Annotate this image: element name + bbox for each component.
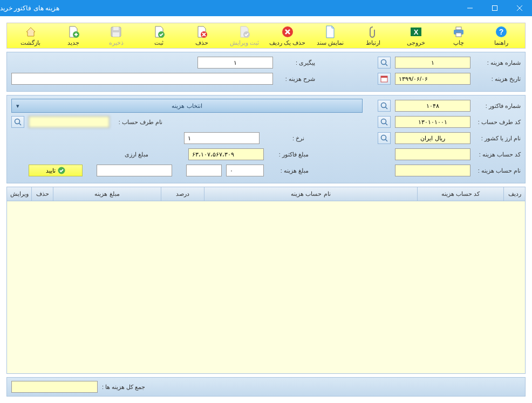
document-icon	[324, 25, 337, 38]
header-panel: شماره هزینه : پیگیری : تاریخ هزینه : شرح…	[6, 52, 526, 92]
maximize-button[interactable]	[482, 0, 507, 16]
cost-amount-label: مبلغ هزینه :	[268, 167, 309, 174]
cost-no-input[interactable]	[395, 57, 470, 69]
new-icon	[67, 25, 80, 38]
back-button[interactable]: بازگشت	[12, 25, 50, 46]
party-name-input[interactable]	[29, 116, 110, 128]
submit-icon	[153, 25, 166, 38]
invoice-no-search[interactable]	[378, 100, 391, 112]
svg-line-28	[19, 124, 22, 126]
cost-date-input[interactable]	[395, 73, 470, 85]
chevron-down-icon: ▾	[16, 103, 19, 110]
cost-acc-code-label: کد حساب هزینه :	[475, 151, 521, 158]
currency-amount-input[interactable]	[97, 165, 172, 176]
cost-no-search[interactable]	[378, 57, 391, 69]
close-button[interactable]	[507, 0, 532, 16]
footer-panel: جمع کل هزینه ها :	[6, 377, 526, 397]
invoice-no-input[interactable]	[395, 100, 470, 112]
help-button[interactable]: ? راهنما	[482, 25, 520, 46]
invoice-panel: شماره فاکتور : انتخاب هزینه ▾ کد طرف حسا…	[6, 95, 526, 183]
cost-acc-name-input[interactable]	[395, 165, 470, 176]
svg-point-27	[15, 119, 20, 124]
window-title: هزینه های فاکتور خرید	[0, 4, 65, 12]
cost-amount-input[interactable]	[226, 165, 264, 176]
party-name-label: نام طرف حساب :	[114, 119, 162, 126]
print-button[interactable]: چاپ	[440, 25, 478, 46]
new-button[interactable]: جدید	[54, 25, 92, 46]
svg-point-23	[381, 103, 386, 108]
party-code-search[interactable]	[378, 116, 391, 128]
help-icon: ?	[495, 25, 508, 38]
delete-row-button[interactable]: حذف یک ردیف	[269, 25, 306, 46]
titlebar: هزینه های فاکتور خرید	[0, 0, 532, 16]
party-code-label: کد طرف حساب :	[475, 119, 521, 126]
search-icon	[14, 118, 22, 126]
svg-rect-1	[493, 6, 497, 11]
print-icon	[452, 25, 465, 38]
svg-rect-22	[381, 76, 387, 78]
confirm-button[interactable]: تایید	[29, 165, 83, 176]
select-cost-dropdown[interactable]: انتخاب هزینه ▾	[11, 99, 363, 113]
cost-desc-input[interactable]	[11, 73, 273, 85]
followup-label: پیگیری :	[277, 59, 315, 66]
cost-acc-name-label: نام حساب هزینه :	[475, 167, 521, 174]
save-icon	[110, 25, 122, 38]
svg-point-19	[381, 60, 386, 65]
col-row: ردیف	[503, 187, 525, 201]
rate-input[interactable]	[184, 132, 260, 144]
currency-amount-label: مبلغ ارزی	[120, 151, 153, 158]
svg-point-25	[381, 119, 386, 124]
svg-rect-6	[113, 27, 119, 30]
total-cost-input	[11, 381, 98, 393]
cost-date-label: تاریخ هزینه :	[475, 76, 521, 83]
home-icon	[24, 25, 37, 38]
invoice-amount-label: مبلغ فاکتور :	[268, 151, 309, 158]
minimize-button[interactable]	[458, 0, 482, 16]
svg-text:X: X	[413, 28, 418, 36]
col-code: کد حساب هزینه	[417, 187, 503, 201]
col-pct: درصد	[161, 187, 204, 201]
currency-label: نام ارز یا کشور :	[475, 135, 521, 142]
excel-icon: X	[410, 25, 422, 38]
save-button[interactable]: ذخیره	[97, 25, 135, 46]
svg-line-20	[386, 64, 388, 66]
search-icon	[380, 118, 388, 126]
col-amt: مبلغ هزینه	[53, 187, 161, 201]
cost-no-label: شماره هزینه :	[475, 59, 521, 66]
cost-amount-input2[interactable]	[186, 165, 222, 176]
search-icon	[380, 59, 388, 66]
search-icon	[380, 134, 388, 142]
total-cost-label: جمع کل هزینه ها :	[102, 384, 145, 391]
svg-line-26	[386, 124, 388, 126]
check-icon	[58, 167, 65, 174]
delete-button[interactable]: حذف	[183, 25, 221, 46]
currency-input[interactable]	[395, 132, 470, 144]
cost-acc-code-input[interactable]	[395, 148, 470, 160]
table-body[interactable]	[7, 201, 525, 373]
party-code-input[interactable]	[395, 116, 470, 128]
svg-text:?: ?	[499, 28, 504, 36]
submit-edit-icon	[238, 25, 251, 38]
rate-label: نرخ :	[264, 135, 304, 142]
svg-rect-15	[456, 27, 461, 30]
party-name-search[interactable]	[11, 116, 24, 128]
calendar-icon	[380, 75, 388, 83]
submit-button[interactable]: ثبت	[140, 25, 178, 46]
followup-input[interactable]	[197, 57, 273, 69]
col-del: حذف	[31, 187, 53, 201]
cost-date-picker[interactable]	[378, 73, 391, 85]
submit-edit-button[interactable]: ثبت ویرایش	[226, 25, 263, 46]
show-doc-button[interactable]: نمایش سند	[311, 25, 349, 46]
link-button[interactable]: ارتباط	[354, 25, 392, 46]
search-icon	[380, 102, 388, 110]
export-button[interactable]: X خروجی	[397, 25, 435, 46]
currency-search[interactable]	[378, 132, 391, 144]
svg-line-30	[386, 140, 388, 142]
cost-table: ردیف کد حساب هزینه نام حساب هزینه درصد م…	[6, 187, 526, 374]
table-header: ردیف کد حساب هزینه نام حساب هزینه درصد م…	[7, 187, 525, 201]
col-edit: ویرایش	[7, 187, 31, 201]
toolbar: بازگشت جدید ذخیره ثبت حذف ثبت ویرایش حذف…	[6, 23, 526, 49]
invoice-amount-input[interactable]	[188, 148, 264, 160]
svg-point-29	[381, 135, 386, 140]
delete-icon	[195, 25, 208, 38]
